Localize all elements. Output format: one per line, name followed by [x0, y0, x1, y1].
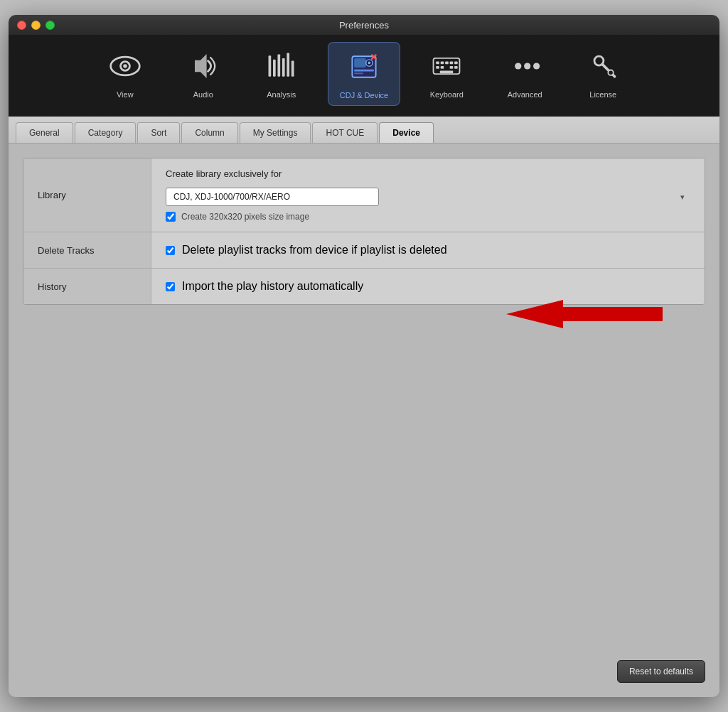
svg-rect-15 [354, 72, 363, 74]
svg-rect-21 [445, 62, 449, 65]
toolbar-label-cdj: CDJ & Device [340, 91, 388, 99]
tab-category[interactable]: Category [75, 122, 136, 143]
library-create-text: Create library exclusively for [166, 168, 690, 179]
svg-rect-27 [454, 62, 458, 65]
svg-point-31 [533, 63, 540, 69]
close-button[interactable] [17, 21, 26, 30]
toolbar-label-advanced: Advanced [508, 90, 542, 99]
history-label: History [23, 269, 151, 304]
toolbar-label-audio: Audio [193, 90, 213, 99]
svg-rect-4 [268, 55, 271, 77]
delete-tracks-text: Delete playlist tracks from device if pl… [182, 244, 447, 257]
toolbar-item-advanced[interactable]: Advanced [493, 42, 557, 106]
tab-mysettings[interactable]: My Settings [240, 122, 311, 143]
library-image-checkbox[interactable] [166, 212, 176, 222]
svg-point-2 [123, 64, 127, 68]
advanced-icon [506, 48, 543, 85]
svg-rect-28 [454, 66, 458, 69]
window-title: Preferences [339, 20, 389, 31]
tabs-bar: General Category Sort Column My Settings… [9, 117, 719, 144]
library-value: Create library exclusively for CDJ, XDJ-… [151, 158, 705, 232]
tab-device[interactable]: Device [379, 122, 434, 143]
delete-tracks-label: Delete Tracks [23, 232, 151, 268]
svg-marker-3 [196, 55, 206, 77]
keyboard-icon [428, 48, 465, 85]
history-row: History Import the play history automati… [23, 269, 705, 304]
svg-rect-24 [441, 66, 444, 69]
preferences-window: Preferences View Audio [9, 15, 719, 697]
toolbar-item-keyboard[interactable]: Keyboard [414, 42, 478, 106]
minimize-button[interactable] [31, 21, 41, 30]
svg-point-30 [524, 63, 530, 69]
svg-rect-14 [354, 70, 374, 72]
toolbar-item-audio[interactable]: Audio [171, 42, 235, 106]
toolbar-item-view[interactable]: View [93, 42, 157, 106]
svg-rect-23 [436, 66, 439, 69]
svg-rect-20 [441, 62, 444, 65]
toolbar-label-keyboard: Keyboard [430, 90, 464, 99]
tab-column[interactable]: Column [181, 122, 237, 143]
library-checkbox-row: Create 320x320 pixels size image [166, 212, 690, 222]
svg-rect-25 [440, 70, 453, 73]
svg-rect-9 [291, 61, 294, 77]
svg-rect-5 [273, 60, 276, 77]
svg-rect-22 [450, 62, 454, 65]
toolbar-item-analysis[interactable]: Analysis [250, 42, 314, 106]
settings-table: Library Create library exclusively for C… [23, 158, 705, 305]
chevron-down-icon: ▾ [680, 193, 685, 202]
svg-rect-8 [287, 53, 289, 77]
svg-rect-26 [450, 66, 454, 69]
maximize-button[interactable] [46, 21, 55, 30]
toolbar-label-analysis: Analysis [267, 90, 296, 99]
tab-sort[interactable]: Sort [137, 122, 180, 143]
library-image-label: Create 320x320 pixels size image [181, 212, 309, 222]
analysis-icon [263, 48, 300, 85]
content-area: Library Create library exclusively for C… [9, 144, 719, 697]
delete-tracks-value: Delete playlist tracks from device if pl… [151, 232, 705, 268]
cdj-icon [346, 48, 382, 85]
titlebar: Preferences [9, 15, 719, 35]
svg-rect-6 [277, 54, 280, 76]
audio-icon [185, 48, 222, 85]
svg-point-34 [609, 70, 614, 75]
arrow-annotation [506, 300, 663, 345]
delete-tracks-checkbox[interactable] [166, 246, 175, 255]
tab-general[interactable]: General [16, 122, 73, 143]
toolbar-label-license: License [589, 90, 616, 99]
traffic-lights [17, 21, 55, 30]
library-label: Library [23, 158, 151, 232]
delete-tracks-row: Delete Tracks Delete playlist tracks fro… [23, 232, 705, 269]
svg-point-13 [368, 62, 371, 65]
device-select[interactable]: CDJ, XDJ-1000/700/RX/AERO [166, 188, 379, 206]
toolbar-item-cdj[interactable]: CDJ & Device [328, 42, 400, 106]
library-row: Library Create library exclusively for C… [23, 158, 705, 232]
svg-rect-19 [436, 62, 439, 65]
tab-hotcue[interactable]: HOT CUE [312, 122, 378, 143]
toolbar: View Audio [9, 35, 719, 117]
history-checkbox[interactable] [166, 282, 175, 291]
svg-rect-11 [354, 58, 366, 68]
history-value: Import the play history automatically [151, 269, 705, 304]
toolbar-item-license[interactable]: License [571, 42, 635, 106]
svg-rect-7 [282, 58, 285, 77]
toolbar-label-view: View [117, 90, 134, 99]
reset-button[interactable]: Reset to defaults [617, 660, 705, 683]
eye-icon [107, 48, 144, 85]
history-text: Import the play history automatically [182, 280, 363, 293]
license-icon [584, 48, 621, 85]
svg-point-29 [515, 63, 521, 69]
device-select-wrapper[interactable]: CDJ, XDJ-1000/700/RX/AERO ▾ [166, 188, 690, 206]
